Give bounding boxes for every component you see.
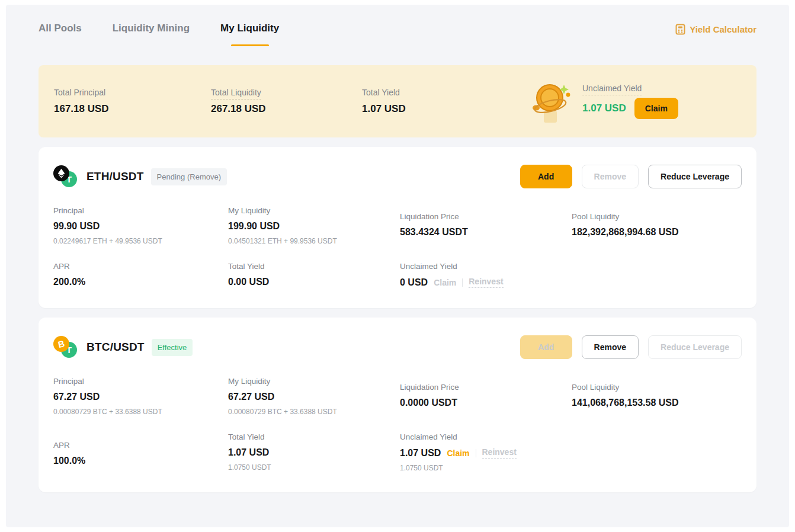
card-actions: Add Remove Reduce Leverage [520,335,742,359]
my-liquidity-detail: 0.00080729 BTC + 33.6388 USDT [228,408,400,416]
unclaimed-yield-section: Unclaimed Yield 1.07 USD Claim [529,78,678,125]
pair-icons: B T [53,336,79,358]
principal-value: 67.27 USD [53,392,228,402]
unclaimed-yield-label: Unclaimed Yield [400,432,572,441]
tabs-row: All Pools Liquidity Mining My Liquidity … [39,23,756,60]
pool-detail-grid: Principal 67.27 USD 0.00080729 BTC + 33.… [53,377,742,472]
card-header: B T BTC/USDT Effective Add Remove Reduce… [53,335,742,359]
pool-liquidity-value: 141,068,768,153.58 USD [572,398,742,408]
my-liquidity-label: My Liquidity [228,377,400,386]
total-yield-detail: 1.0750 USDT [228,463,400,472]
my-liquidity-detail: 0.04501321 ETH + 99.9536 USDT [228,237,400,245]
reinvest-link: Reinvest [469,277,503,288]
total-yield-cell: Total Yield 0.00 USD [228,262,400,288]
liquidation-price-label: Liquidation Price [400,383,572,392]
pool-liquidity-label: Pool Liquidity [572,212,742,221]
total-yield-value: 1.07 USD [228,447,400,458]
total-principal-value: 167.18 USD [54,103,211,115]
add-button: Add [520,335,572,359]
total-yield: Total Yield 1.07 USD [362,88,510,115]
remove-button[interactable]: Remove [582,335,639,359]
yield-calculator-link[interactable]: Yield Calculator [675,24,756,35]
reduce-leverage-button[interactable]: Reduce Leverage [648,165,742,188]
liquidation-price-value: 0.0000 USDT [400,398,572,408]
liquidation-price-label: Liquidation Price [400,212,572,221]
unclaimed-yield-cell: Unclaimed Yield 0 USD Claim Reinvest [400,262,572,288]
liquidation-price-value: 583.4324 USDT [400,227,572,238]
total-liquidity-label[interactable]: Total Liquidity [211,88,261,100]
summary-banner: Total Principal 167.18 USD Total Liquidi… [39,65,756,137]
status-badge: Pending (Remove) [151,168,227,185]
total-yield-value: 0.00 USD [228,277,400,287]
unclaimed-yield-value: 0 USD [400,277,428,288]
principal-label: Principal [53,206,228,215]
total-principal: Total Principal 167.18 USD [54,88,211,115]
pair-icons: T [53,165,79,188]
pair-title: ETH/USDT [86,170,144,183]
reinvest-link: Reinvest [482,447,517,459]
unclaimed-yield-value: 1.07 USD [400,448,441,459]
claim-link[interactable]: Claim [447,448,469,458]
apr-cell: APR 200.0% [53,262,228,288]
apr-label: APR [53,441,228,450]
my-liquidity-value: 199.90 USD [228,221,400,232]
unclaimed-yield-label[interactable]: Unclaimed Yield [582,84,642,95]
unclaimed-yield: Unclaimed Yield 1.07 USD Claim [582,84,678,119]
liquidation-price-cell: Liquidation Price 0.0000 USDT [400,377,572,416]
empty-cell [572,262,742,288]
unclaimed-yield-detail: 1.0750 USDT [400,464,572,472]
unclaimed-yield-value: 1.07 USD [582,102,626,114]
apr-value: 100.0% [53,456,228,466]
status-badge: Effective [152,339,193,356]
principal-detail: 0.00080729 BTC + 33.6388 USDT [53,408,228,416]
divider [462,278,463,287]
principal-cell: Principal 67.27 USD 0.00080729 BTC + 33.… [53,377,228,416]
pool-liquidity-label: Pool Liquidity [572,383,742,392]
tab-liquidity-mining[interactable]: Liquidity Mining [113,23,190,46]
apr-value: 200.0% [53,277,228,287]
pool-liquidity-cell: Pool Liquidity 182,392,868,994.68 USD [572,206,742,245]
yield-calculator-label: Yield Calculator [690,24,756,34]
my-liquidity-label: My Liquidity [228,206,400,215]
pool-card-btc-usdt: B T BTC/USDT Effective Add Remove Reduce… [39,318,756,492]
total-liquidity: Total Liquidity 267.18 USD [211,88,362,115]
apr-cell: APR 100.0% [53,432,228,472]
tab-my-liquidity[interactable]: My Liquidity [220,23,279,46]
total-yield-cell: Total Yield 1.07 USD 1.0750 USDT [228,432,400,472]
my-liquidity-cell: My Liquidity 67.27 USD 0.00080729 BTC + … [228,377,400,416]
pool-tabs: All Pools Liquidity Mining My Liquidity [39,23,279,46]
calculator-icon [675,24,685,35]
apr-label: APR [53,262,228,271]
total-principal-label: Total Principal [54,88,105,97]
reduce-leverage-button: Reduce Leverage [648,335,742,359]
eth-icon [53,165,69,181]
card-actions: Add Remove Reduce Leverage [520,165,742,188]
add-button[interactable]: Add [520,165,572,188]
total-yield-label: Total Yield [228,432,400,441]
total-yield-label: Total Yield [228,262,400,271]
total-yield-label: Total Yield [362,88,400,97]
principal-label: Principal [53,377,228,386]
my-liquidity-cell: My Liquidity 199.90 USD 0.04501321 ETH +… [228,206,400,245]
claim-link: Claim [434,278,456,287]
card-header: T ETH/USDT Pending (Remove) Add Remove R… [53,165,742,188]
pool-card-eth-usdt: T ETH/USDT Pending (Remove) Add Remove R… [39,147,756,308]
btc-icon: B [53,336,69,352]
liquidation-price-cell: Liquidation Price 583.4324 USDT [400,206,572,245]
unclaimed-yield-cell: Unclaimed Yield 1.07 USD Claim Reinvest … [400,432,572,472]
pool-detail-grid: Principal 99.90 USD 0.02249617 ETH + 49.… [53,206,742,288]
liquidity-page: All Pools Liquidity Mining My Liquidity … [6,5,789,527]
empty-cell [572,432,742,472]
my-liquidity-value: 67.27 USD [228,392,400,402]
unclaimed-yield-label: Unclaimed Yield [400,262,572,271]
remove-button: Remove [582,165,639,188]
claim-button[interactable]: Claim [634,98,678,119]
tab-all-pools[interactable]: All Pools [39,23,82,46]
pool-liquidity-cell: Pool Liquidity 141,068,768,153.58 USD [572,377,742,416]
total-yield-value: 1.07 USD [362,103,510,115]
principal-value: 99.90 USD [53,221,228,232]
principal-detail: 0.02249617 ETH + 49.9536 USDT [53,237,228,245]
pool-liquidity-value: 182,392,868,994.68 USD [572,227,742,238]
divider [476,449,476,457]
principal-cell: Principal 99.90 USD 0.02249617 ETH + 49.… [53,206,228,245]
